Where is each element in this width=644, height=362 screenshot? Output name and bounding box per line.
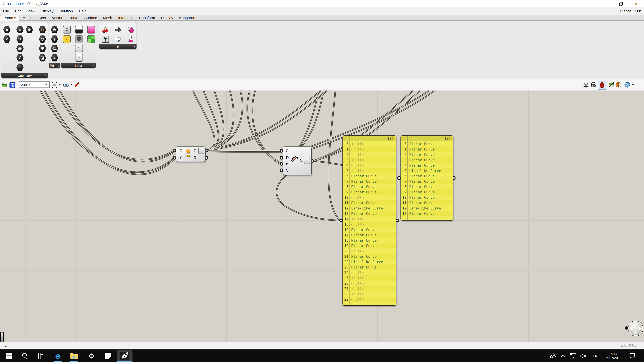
integer-param-icon[interactable]: 7 bbox=[51, 35, 58, 43]
project-output-x[interactable]: X bbox=[194, 155, 196, 160]
network-button[interactable] bbox=[568, 353, 578, 359]
category-tab[interactable]: Vector bbox=[49, 15, 66, 20]
preview-selected-only-icon[interactable] bbox=[608, 82, 614, 88]
tray-overflow-button[interactable] bbox=[558, 354, 568, 357]
primitive-group-label[interactable]: Prim... bbox=[49, 63, 60, 68]
number-slider-knob-icon[interactable] bbox=[75, 35, 83, 43]
galapagos-cherries-icon[interactable] bbox=[101, 26, 109, 33]
data-dam-icon[interactable] bbox=[127, 26, 134, 33]
colour-swatch-icon[interactable] bbox=[87, 35, 95, 43]
boolean-toggle-icon[interactable] bbox=[75, 26, 83, 33]
file-explorer-button[interactable] bbox=[66, 350, 82, 362]
data-panel-1[interactable]: {0} 0<null>1<null>2<null>3<null>4<null>5… bbox=[342, 135, 396, 306]
menu-item[interactable]: File bbox=[0, 9, 12, 13]
geometry-group-label[interactable]: Geometry▾ bbox=[1, 73, 48, 78]
canvas-compass[interactable] bbox=[624, 320, 644, 339]
category-tab[interactable]: Params bbox=[0, 15, 20, 21]
menu-item[interactable]: Display bbox=[38, 9, 56, 13]
vector-param-icon[interactable]: ↗ bbox=[3, 35, 11, 43]
restore-button[interactable] bbox=[613, 0, 628, 7]
graph-mapper-icon[interactable]: ∿ bbox=[75, 44, 83, 52]
zoom-menu-caret[interactable] bbox=[59, 84, 61, 85]
project-input-p[interactable]: P bbox=[180, 155, 182, 160]
category-tab[interactable]: Display bbox=[158, 15, 176, 20]
action-center-button[interactable] bbox=[626, 353, 639, 359]
menu-item[interactable]: Help bbox=[76, 9, 90, 13]
offset-component[interactable]: C D P C C ↓ bbox=[283, 146, 312, 175]
data-panel-2[interactable]: {0} 0Planar Curve1Planar Curve2Planar Cu… bbox=[400, 135, 453, 221]
open-file-icon[interactable] bbox=[1, 82, 8, 88]
save-file-icon[interactable] bbox=[9, 82, 15, 88]
sketch-pen-icon[interactable] bbox=[74, 82, 80, 88]
canvas-scrollbar-stub[interactable] bbox=[0, 332, 4, 342]
line-param-icon[interactable]: ╱ bbox=[16, 54, 24, 62]
menu-item[interactable]: View bbox=[24, 9, 38, 13]
clock[interactable]: 15:44 06/07/2018 bbox=[601, 352, 626, 360]
project-output-g[interactable]: G bbox=[194, 148, 196, 153]
surface-param-icon[interactable]: ◎ bbox=[38, 35, 46, 43]
display-menu-caret[interactable] bbox=[632, 84, 634, 85]
import-icon[interactable]: ↧ bbox=[63, 26, 71, 33]
flask-icon[interactable] bbox=[127, 35, 134, 43]
spiral-param-icon[interactable]: @ bbox=[16, 44, 24, 52]
gradient-icon[interactable] bbox=[87, 26, 95, 33]
circle-param-icon[interactable]: ○ bbox=[16, 26, 24, 33]
eye-menu-caret[interactable] bbox=[70, 84, 72, 85]
tree-icon[interactable] bbox=[101, 35, 109, 43]
number-param-icon[interactable]: 0.1 bbox=[51, 44, 58, 52]
offset-input-c[interactable]: C bbox=[286, 148, 288, 153]
patch-param-icon[interactable]: ◪ bbox=[38, 54, 46, 62]
search-button[interactable] bbox=[17, 350, 32, 362]
null-param-icon[interactable]: ⊘ bbox=[51, 26, 58, 33]
relay-arrow-white-icon[interactable] bbox=[114, 35, 122, 43]
offset-input-d[interactable]: D bbox=[286, 155, 289, 160]
preview-eye-icon[interactable] bbox=[63, 82, 69, 88]
category-tab[interactable]: Intersect bbox=[115, 15, 135, 20]
plane-param-icon[interactable]: ▱ bbox=[16, 63, 24, 71]
category-tab[interactable]: Transform bbox=[135, 15, 158, 20]
menu-item[interactable]: Solution bbox=[56, 9, 76, 13]
offset-input-c2[interactable]: C bbox=[286, 168, 288, 173]
util-group-label[interactable]: Util▾ bbox=[99, 44, 136, 49]
project-download-arrow-icon[interactable]: ↓ bbox=[198, 148, 204, 154]
category-tab[interactable]: Sets bbox=[36, 15, 49, 20]
text-param-icon[interactable]: A bbox=[51, 54, 58, 62]
category-tab[interactable]: Mesh bbox=[100, 15, 115, 20]
project-input-g[interactable]: G bbox=[180, 148, 182, 153]
category-tab[interactable]: Curve bbox=[66, 15, 81, 20]
people-button[interactable] bbox=[548, 353, 558, 359]
menu-item[interactable]: Edit bbox=[12, 9, 24, 13]
edge-taskbar-button[interactable]: e bbox=[50, 350, 66, 362]
rhino-taskbar-button[interactable]: 6 bbox=[117, 350, 132, 362]
offset-input-p[interactable]: P bbox=[286, 162, 288, 167]
curve-param-icon2[interactable]: ◈ bbox=[26, 26, 33, 33]
white-app-button[interactable] bbox=[100, 350, 116, 362]
language-indicator[interactable]: ITA bbox=[588, 354, 601, 358]
display-sphere-icon[interactable] bbox=[624, 82, 630, 88]
mesh-param-icon[interactable]: ❄ bbox=[38, 44, 46, 52]
panel-icon[interactable]: ≡ bbox=[75, 54, 83, 62]
preview-off-icon[interactable] bbox=[583, 82, 589, 88]
show-desktop-button[interactable] bbox=[642, 350, 644, 362]
category-tab[interactable]: Surface bbox=[81, 15, 100, 20]
arc-param-icon[interactable]: ↷ bbox=[16, 35, 24, 43]
preview-shaded-selected[interactable] bbox=[598, 81, 606, 90]
geometry-param-icon[interactable]: × bbox=[3, 26, 11, 33]
preview-wireframe-icon[interactable] bbox=[591, 82, 597, 88]
box-param-icon[interactable]: □ bbox=[38, 26, 46, 33]
category-tab[interactable]: Kangaroo2 bbox=[176, 15, 200, 20]
project-component[interactable]: G P G X ↓ bbox=[176, 146, 206, 162]
grasshopper-canvas[interactable]: G P G X ↓ C D P C C ↓ bbox=[0, 90, 644, 342]
zoom-extents-icon[interactable] bbox=[51, 82, 57, 88]
sketch-icon[interactable]: ≈ bbox=[63, 35, 71, 43]
relay-arrow-dark-icon[interactable] bbox=[114, 26, 122, 33]
settings-button[interactable]: ⚙ bbox=[84, 350, 99, 362]
offset-download-arrow-icon[interactable]: ↓ bbox=[304, 158, 310, 164]
start-button[interactable] bbox=[1, 350, 16, 362]
task-view-button[interactable] bbox=[32, 350, 48, 362]
document-preview-icon[interactable] bbox=[616, 82, 622, 88]
close-button[interactable]: × bbox=[628, 0, 644, 7]
category-tab[interactable]: Maths bbox=[20, 15, 36, 20]
zoom-level-combobox[interactable]: 200% bbox=[19, 81, 50, 88]
input-group-label[interactable]: Input▾ bbox=[61, 63, 96, 68]
